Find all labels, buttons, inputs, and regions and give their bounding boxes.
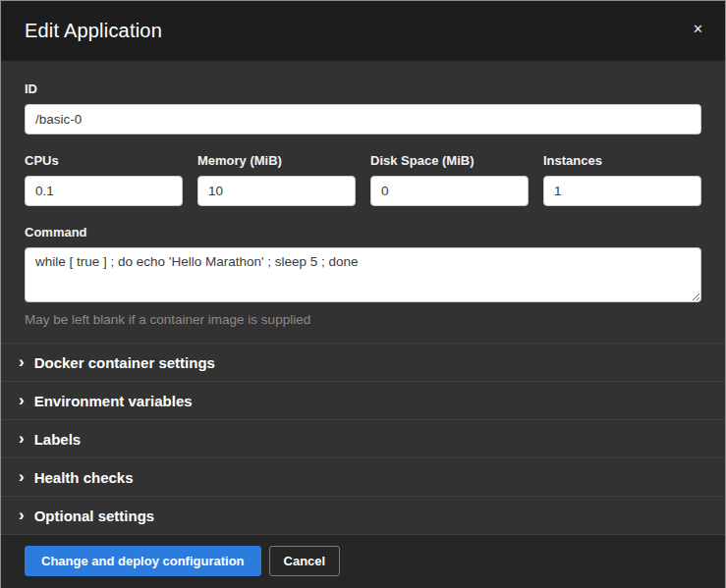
command-label: Command (25, 225, 701, 240)
modal-body: ID CPUs Memory (MiB) Disk Space (MiB) In (1, 61, 725, 534)
section-optional-settings[interactable]: › Optional settings (1, 496, 725, 534)
cpus-field-group: CPUs (25, 153, 183, 206)
memory-label: Memory (MiB) (197, 153, 356, 168)
id-input[interactable] (25, 104, 701, 134)
resources-row: CPUs Memory (MiB) Disk Space (MiB) Insta… (25, 153, 701, 206)
section-label: Labels (34, 431, 82, 448)
instances-input[interactable] (543, 176, 701, 206)
disk-label: Disk Space (MiB) (370, 153, 529, 168)
close-icon[interactable]: ✕ (693, 23, 703, 35)
instances-field-group: Instances (543, 153, 701, 206)
section-label: Docker container settings (34, 354, 215, 371)
change-and-deploy-button[interactable]: Change and deploy configuration (25, 546, 261, 576)
disk-input[interactable] (370, 176, 529, 206)
command-help-text: May be left blank if a container image i… (25, 312, 701, 327)
chevron-right-icon: › (19, 507, 25, 523)
memory-field-group: Memory (MiB) (197, 153, 356, 206)
chevron-right-icon: › (19, 468, 25, 485)
section-labels[interactable]: › Labels (1, 419, 725, 457)
modal-title: Edit Application (25, 20, 162, 42)
modal-header: Edit Application ✕ (1, 1, 725, 61)
modal-footer: Change and deploy configuration Cancel (1, 534, 725, 588)
disk-field-group: Disk Space (MiB) (370, 153, 529, 206)
command-field-group: Command while [ true ] ; do echo 'Hello … (25, 225, 701, 327)
section-label: Environment variables (34, 393, 193, 409)
id-label: ID (25, 81, 701, 96)
chevron-right-icon: › (19, 392, 25, 408)
cpus-input[interactable] (25, 176, 183, 206)
edit-application-modal: Edit Application ✕ ID CPUs Memory (MiB) … (0, 0, 726, 588)
accordion-sections: › Docker container settings › Environmen… (1, 343, 725, 534)
instances-label: Instances (543, 153, 701, 168)
memory-input[interactable] (197, 176, 356, 206)
form-area: ID CPUs Memory (MiB) Disk Space (MiB) In (1, 61, 725, 343)
chevron-right-icon: › (19, 353, 25, 370)
id-field-group: ID (25, 81, 701, 134)
section-health-checks[interactable]: › Health checks (1, 457, 725, 496)
cpus-label: CPUs (25, 153, 183, 168)
section-label: Health checks (34, 469, 134, 486)
cancel-button[interactable]: Cancel (269, 546, 341, 576)
section-environment-variables[interactable]: › Environment variables (1, 381, 725, 419)
section-label: Optional settings (34, 508, 155, 524)
command-textarea[interactable]: while [ true ] ; do echo 'Hello Marathon… (25, 247, 701, 302)
section-docker-container-settings[interactable]: › Docker container settings (1, 343, 725, 381)
chevron-right-icon: › (19, 430, 25, 447)
